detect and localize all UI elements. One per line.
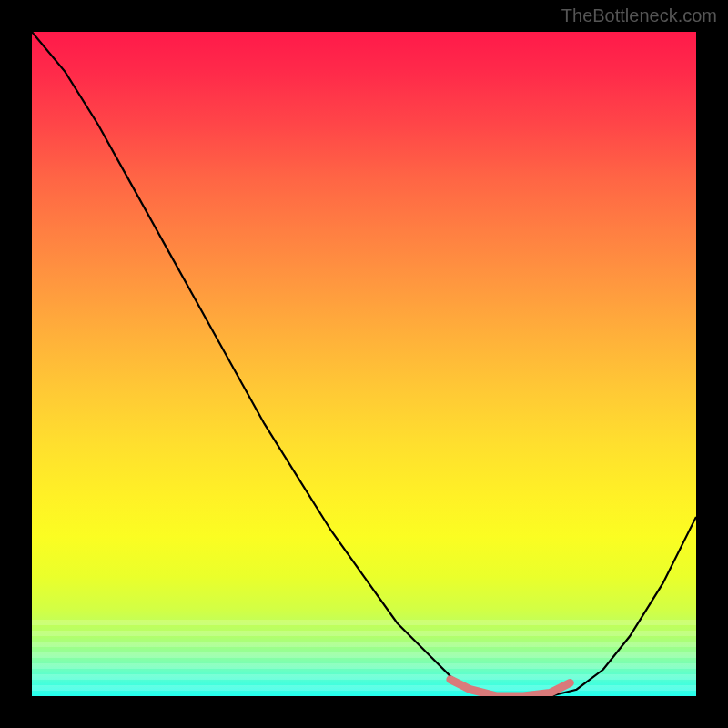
- bottleneck-curve-line: [32, 32, 696, 696]
- bottom-highlight-line: [450, 680, 570, 696]
- chart-svg: [32, 32, 696, 696]
- chart-plot-area: [32, 32, 696, 696]
- watermark-text: TheBottleneck.com: [561, 5, 717, 26]
